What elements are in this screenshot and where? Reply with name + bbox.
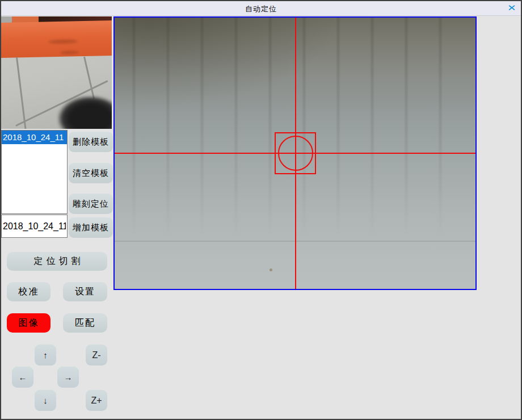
camera-view[interactable] (113, 16, 477, 290)
thumbnail-orange-band (1, 20, 112, 58)
list-item[interactable]: 2018_10_24_11 (2, 131, 67, 144)
jog-left-button[interactable]: ← (12, 367, 33, 388)
target-circle (278, 136, 313, 171)
add-template-button[interactable]: 增加模板 (69, 217, 113, 238)
jog-up-button[interactable]: ↑ (35, 345, 56, 366)
jog-right-button[interactable]: → (57, 367, 79, 388)
jog-z-minus-button[interactable]: Z- (86, 345, 107, 366)
jog-z-plus-button[interactable]: Z+ (86, 390, 107, 411)
tile-grout-line (16, 57, 27, 129)
jog-down-button[interactable]: ↓ (35, 390, 56, 411)
camera-speck (270, 268, 272, 271)
title-bar: 自动定位 ✕ (0, 0, 522, 16)
match-button[interactable]: 匹配 (63, 313, 107, 333)
template-name-input[interactable] (1, 215, 68, 238)
template-thumbnail (1, 16, 112, 129)
position-cut-button[interactable]: 定位切割 (7, 252, 107, 271)
clear-templates-button[interactable]: 清空模板 (69, 163, 113, 183)
auto-position-dialog: 自动定位 ✕ 2018_10_24_11 删除模板 清空模板 雕刻定位 增加模板… (0, 0, 522, 420)
thumbnail-smudge (60, 51, 79, 54)
thumbnail-dark-object (58, 96, 112, 129)
settings-button[interactable]: 设置 (63, 282, 107, 301)
calibrate-button[interactable]: 校准 (7, 282, 50, 301)
engrave-position-button[interactable]: 雕刻定位 (69, 194, 113, 214)
template-list[interactable]: 2018_10_24_11 (1, 130, 68, 214)
dialog-title: 自动定位 (0, 4, 522, 14)
thumbnail-smudge (48, 39, 78, 44)
close-icon[interactable]: ✕ (505, 2, 519, 14)
image-button[interactable]: 图像 (7, 313, 50, 333)
delete-template-button[interactable]: 删除模板 (69, 132, 113, 152)
